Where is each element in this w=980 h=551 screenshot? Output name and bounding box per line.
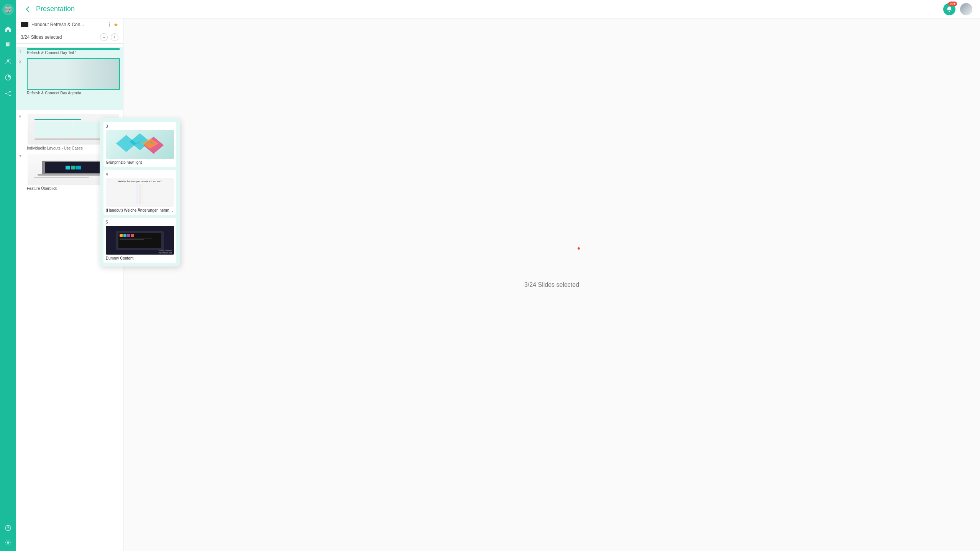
info-icon[interactable]: ℹ xyxy=(108,21,110,28)
popup-slide-num-4: 4 xyxy=(106,172,174,176)
avatar-image xyxy=(960,3,972,15)
slides-count-bar: 3/24 Slides selected − + xyxy=(16,31,123,44)
slides-panel: Handout Refresh & Con... ℹ ★ 3/24 Slides… xyxy=(16,18,123,551)
plus-button[interactable]: + xyxy=(111,33,118,41)
svg-text:🐺: 🐺 xyxy=(4,6,12,13)
minus-button[interactable]: − xyxy=(100,33,108,41)
slide-label-2: Refresh & Connect Day Agenda xyxy=(27,91,120,95)
slide-preview-2 xyxy=(28,59,119,89)
svg-line-10 xyxy=(7,92,9,93)
popup-slide-label-4: (Handout) Welche Änderungen nehme i... xyxy=(106,208,174,212)
slide-num-1: 1 xyxy=(19,50,25,54)
settings-icon[interactable] xyxy=(3,538,13,547)
popup-slide-4[interactable]: 4 Welche Änderungen nehme ich wo vor? xyxy=(103,170,176,215)
popup-slide-num-5: 5 xyxy=(106,220,174,224)
popup-slide-thumb-3 xyxy=(106,130,174,159)
avatar[interactable] xyxy=(960,3,972,15)
popup-slide-label-5: Dummy Content xyxy=(106,256,174,260)
logo-icon[interactable]: 🐺 xyxy=(2,4,14,15)
sidebar-item-contacts[interactable] xyxy=(3,57,13,66)
svg-line-11 xyxy=(7,94,9,95)
svg-text:?: ? xyxy=(7,526,9,530)
sidebar-item-share[interactable] xyxy=(3,89,13,98)
page-title: Presentation xyxy=(36,5,75,13)
popup-slide-num-3: 3 xyxy=(106,124,174,128)
sidebar-item-home[interactable] xyxy=(3,25,13,34)
canvas-dot xyxy=(578,247,580,250)
help-icon[interactable]: ? xyxy=(3,523,13,533)
header: Presentation 99+ xyxy=(16,0,980,18)
svg-point-4 xyxy=(7,59,9,62)
sidebar-bottom: ? xyxy=(3,523,13,547)
floating-slide-popup: 3 Grünprinzip new light xyxy=(100,118,180,266)
slide-num-6: 6 xyxy=(19,115,25,119)
svg-point-14 xyxy=(7,541,9,544)
svg-point-8 xyxy=(5,93,7,94)
slide-num-2: 2 xyxy=(19,59,25,64)
slide-thumb-1: Refresh & Connect Day xyxy=(27,48,120,50)
popup-slide-3[interactable]: 3 Grünprinzip new light xyxy=(103,122,176,167)
svg-point-9 xyxy=(9,95,11,96)
svg-point-15 xyxy=(949,11,950,12)
slide-num-7: 7 xyxy=(19,155,25,159)
sidebar-nav: 🐺 xyxy=(0,0,16,551)
popup-slide-thumb-5: Dummy ContentPlaceholder text xyxy=(106,226,174,255)
popup-slide-5[interactable]: 5 xyxy=(103,218,176,263)
slides-panel-header: Handout Refresh & Con... ℹ ★ xyxy=(16,18,123,31)
slide-thumb-2 xyxy=(27,58,120,90)
back-button[interactable] xyxy=(24,5,31,13)
popup-slide-label-3: Grünprinzip new light xyxy=(106,160,174,164)
svg-point-7 xyxy=(9,91,11,92)
header-right: 99+ xyxy=(943,3,972,15)
popup-slide-thumb-4: Welche Änderungen nehme ich wo vor? xyxy=(106,178,174,207)
slide-item-2[interactable]: 2 Refresh & Connect Day Agenda xyxy=(16,56,123,110)
star-icon[interactable]: ★ xyxy=(113,21,118,28)
content-area: Handout Refresh & Con... ℹ ★ 3/24 Slides… xyxy=(16,18,980,551)
presentation-name: Handout Refresh & Con... xyxy=(31,22,105,27)
main-container: Presentation 99+ Handout Refresh & Con..… xyxy=(16,0,980,551)
svg-point-5 xyxy=(10,59,11,61)
sidebar-item-analytics[interactable] xyxy=(3,73,13,82)
notification-button[interactable]: 99+ xyxy=(943,3,955,15)
sidebar-item-files[interactable] xyxy=(3,41,13,50)
canvas-status: 3/24 Slides selected xyxy=(524,281,579,288)
notification-badge: 99+ xyxy=(948,2,957,6)
presentation-thumbnail xyxy=(21,22,28,27)
slide-label-1: Refresh & Connect Day Teil 1 xyxy=(27,51,120,55)
slides-count-text: 3/24 Slides selected xyxy=(21,35,97,40)
slide-item-1[interactable]: 1 Refresh & Connect Day xyxy=(16,47,123,56)
canvas-area: 3/24 Slides selected xyxy=(123,18,980,551)
